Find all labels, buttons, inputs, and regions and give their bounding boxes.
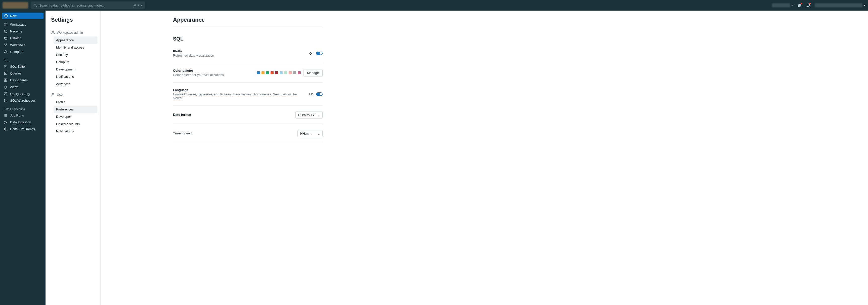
settings-item-preferences[interactable]: Preferences	[54, 106, 97, 113]
nav-item-label: Compute	[10, 50, 23, 54]
settings-item-identity-and-access[interactable]: Identity and access	[54, 44, 97, 51]
palette-swatch	[275, 71, 278, 74]
nav-item-query-history[interactable]: Query History	[2, 90, 43, 97]
svg-point-31	[53, 31, 54, 32]
queries-icon	[3, 72, 7, 76]
settings-sidebar: Settings Workspace admin AppearanceIdent…	[45, 10, 100, 305]
svg-point-13	[5, 46, 6, 46]
nav-item-label: Job Runs	[10, 113, 24, 117]
plus-circle-icon	[4, 14, 8, 18]
nav-item-catalog[interactable]: Catalog	[2, 35, 43, 41]
settings-item-appearance[interactable]: Appearance	[54, 36, 97, 44]
nav-item-label: Queries	[10, 72, 22, 75]
manage-palette-button[interactable]: Manage	[303, 69, 322, 77]
nav-item-recents[interactable]: Recents	[2, 28, 43, 35]
setting-label: Time format	[173, 131, 192, 135]
palette-swatch	[257, 71, 260, 74]
palette-swatch	[261, 71, 265, 74]
settings-item-advanced[interactable]: Advanced	[54, 80, 97, 88]
svg-rect-8	[4, 23, 7, 26]
settings-group-workspace-admin: Workspace admin	[51, 29, 97, 36]
search-input[interactable]	[39, 3, 131, 7]
new-button-label: New	[10, 14, 17, 18]
settings-item-security[interactable]: Security	[54, 51, 97, 58]
nav-item-label: Recents	[10, 29, 22, 33]
setting-desc: Color palette for your visualizations	[173, 73, 224, 77]
toggle-state-label: On	[309, 92, 314, 96]
settings-item-notifications[interactable]: Notifications	[54, 128, 97, 135]
nav-item-data-ingestion[interactable]: Data Ingestion	[2, 119, 43, 126]
nav-section-de: Data Engineering	[2, 105, 43, 111]
nav-item-label: SQL Warehouses	[10, 99, 36, 103]
settings-item-linked-accounts[interactable]: Linked accounts	[54, 120, 97, 128]
bell-icon	[3, 85, 7, 89]
settings-group-label: User	[57, 92, 64, 96]
setting-desc: Enable Chinese, Japanese, and Korean cha…	[173, 92, 303, 100]
nav-item-label: Data Ingestion	[10, 120, 31, 124]
settings-item-notifications[interactable]: Notifications	[54, 73, 97, 80]
nav-item-label: Query History	[10, 92, 30, 95]
nav-item-sql-editor[interactable]: SQL Editor	[2, 63, 43, 70]
setting-row-plotly: Plotly Refreshed data visualization On	[173, 44, 322, 63]
clock-icon	[3, 29, 7, 33]
nav-item-compute[interactable]: Compute	[2, 48, 43, 55]
palette-swatch	[266, 71, 269, 74]
nav-item-sql-warehouses[interactable]: SQL Warehouses	[2, 97, 43, 104]
palette-swatch	[271, 71, 274, 74]
setting-label: Color palette	[173, 69, 224, 73]
svg-point-32	[52, 93, 54, 94]
svg-point-12	[6, 44, 7, 45]
nav-item-label: Workflows	[10, 43, 25, 47]
search-icon	[33, 3, 37, 7]
workspace-admin-icon	[51, 31, 55, 34]
history-icon	[3, 92, 7, 96]
sql-editor-icon	[3, 65, 7, 69]
nav-item-workspace[interactable]: Workspace	[2, 21, 43, 28]
chevron-down-icon	[864, 5, 866, 6]
nav-item-alerts[interactable]: Alerts	[2, 84, 43, 90]
ingestion-icon	[3, 120, 7, 124]
workspace-switcher[interactable]	[772, 3, 793, 7]
global-search[interactable]: ⌘ + P	[31, 1, 145, 9]
setting-row-language: Language Enable Chinese, Japanese, and K…	[173, 83, 322, 106]
setting-row-date-format: Date format DD/MM/YY ⌄	[173, 106, 322, 124]
settings-item-compute[interactable]: Compute	[54, 58, 97, 66]
new-button[interactable]: New	[2, 12, 43, 19]
workspace-logo[interactable]	[2, 2, 28, 8]
nav-item-workflows[interactable]: Workflows	[2, 41, 43, 48]
user-menu[interactable]	[815, 3, 866, 7]
help-icon[interactable]	[806, 3, 810, 7]
nav-item-label: Delta Live Tables	[10, 127, 35, 131]
palette-swatches	[257, 71, 301, 74]
svg-point-27	[4, 121, 5, 122]
svg-point-11	[4, 44, 5, 45]
time-format-select[interactable]: HH:mm ⌄	[298, 130, 322, 137]
nav-item-delta-live-tables[interactable]: Delta Live Tables	[2, 126, 43, 132]
svg-rect-19	[4, 79, 5, 80]
settings-group-user: User	[51, 91, 97, 99]
setting-label: Language	[173, 88, 303, 92]
settings-item-developer[interactable]: Developer	[54, 113, 97, 120]
gift-icon[interactable]	[798, 3, 802, 7]
chevron-down-icon: ⌄	[317, 113, 320, 117]
nav-item-job-runs[interactable]: Job Runs	[2, 112, 43, 119]
warehouse-icon	[3, 99, 7, 103]
plotly-toggle[interactable]	[316, 52, 322, 55]
svg-rect-20	[6, 79, 7, 80]
dlt-icon	[3, 127, 7, 131]
settings-item-profile[interactable]: Profile	[54, 99, 97, 106]
workflows-icon	[3, 43, 7, 47]
nav-section-sql: SQL	[2, 56, 43, 63]
nav-item-dashboards[interactable]: Dashboards	[2, 77, 43, 84]
settings-group-label: Workspace admin	[57, 31, 83, 34]
svg-point-0	[34, 4, 36, 6]
date-format-select[interactable]: DD/MM/YY ⌄	[296, 111, 322, 118]
settings-item-development[interactable]: Development	[54, 66, 97, 73]
job-runs-icon	[3, 113, 7, 117]
search-shortcut: ⌘ + P	[133, 3, 143, 7]
nav-item-label: Alerts	[10, 85, 18, 89]
left-nav: New WorkspaceRecentsCatalogWorkflowsComp…	[0, 10, 45, 305]
language-toggle[interactable]	[316, 92, 322, 96]
nav-item-queries[interactable]: Queries	[2, 70, 43, 77]
top-bar: ⌘ + P	[0, 0, 868, 10]
